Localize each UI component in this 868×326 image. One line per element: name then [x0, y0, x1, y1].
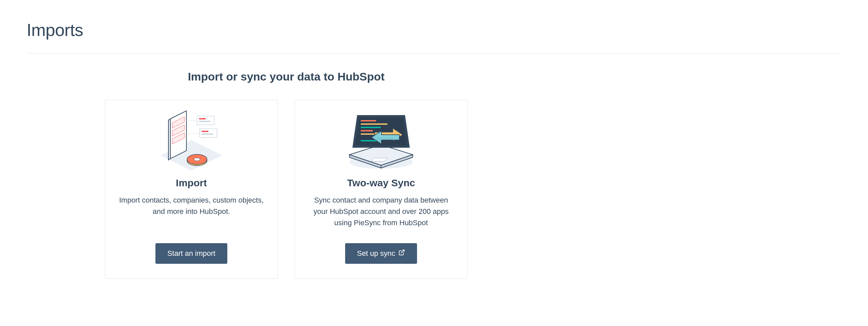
- svg-rect-14: [199, 118, 206, 120]
- svg-rect-17: [202, 131, 208, 132]
- svg-rect-15: [199, 121, 210, 122]
- cards-container: Import Import contacts, companies, custo…: [27, 100, 546, 279]
- import-card-title: Import: [176, 177, 207, 189]
- sync-illustration-icon: [343, 108, 420, 171]
- svg-rect-18: [202, 133, 213, 135]
- svg-rect-26: [361, 120, 376, 122]
- import-card-description: Import contacts, companies, custom objec…: [119, 195, 264, 229]
- svg-rect-28: [361, 127, 381, 128]
- svg-line-34: [401, 250, 404, 253]
- start-import-button-label: Start an import: [167, 249, 215, 258]
- start-import-button[interactable]: Start an import: [155, 243, 227, 264]
- svg-rect-27: [361, 123, 388, 125]
- content-area: Import or sync your data to HubSpot: [27, 54, 546, 279]
- svg-rect-31: [361, 140, 377, 141]
- svg-marker-13: [197, 116, 214, 125]
- page-title: Imports: [27, 20, 841, 40]
- import-card: Import Import contacts, companies, custo…: [105, 100, 278, 279]
- import-illustration-icon: [153, 108, 230, 171]
- sync-card: Two-way Sync Sync contact and company da…: [294, 100, 468, 279]
- external-link-icon: [398, 249, 405, 258]
- svg-rect-29: [361, 130, 373, 131]
- sync-card-title: Two-way Sync: [347, 177, 415, 189]
- page-subheading: Import or sync your data to HubSpot: [27, 70, 546, 83]
- page-header: Imports: [27, 0, 841, 54]
- sync-card-description: Sync contact and company data between yo…: [308, 195, 454, 229]
- svg-marker-16: [200, 129, 217, 137]
- svg-marker-5: [168, 119, 170, 160]
- svg-point-3: [194, 158, 200, 161]
- setup-sync-button[interactable]: Set up sync: [345, 243, 417, 264]
- setup-sync-button-label: Set up sync: [357, 249, 395, 258]
